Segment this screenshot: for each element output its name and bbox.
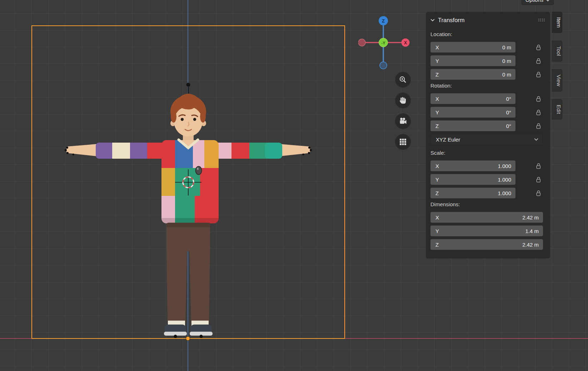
dimensions-z-field[interactable]: Z 2.42 m (430, 239, 543, 250)
rotation-y-row: Y 0° (430, 107, 546, 118)
sweater-torso (161, 140, 219, 223)
rotation-z-field[interactable]: Z 0° (430, 120, 515, 131)
scale-y-field[interactable]: Y 1.000 (430, 174, 515, 185)
gizmo-x-label: X (404, 40, 407, 45)
dimensions-y-field[interactable]: Y 1.4 m (430, 226, 543, 236)
lock-icon[interactable] (536, 176, 543, 183)
scale-x-field[interactable]: X 1.000 (430, 160, 515, 171)
axis-label: Z (435, 123, 439, 129)
location-y-field[interactable]: Y 0 m (430, 55, 515, 66)
scale-label: Scale: (430, 150, 546, 158)
hand-icon (399, 97, 407, 104)
dimensions-y-row: Y 1.4 m (430, 226, 546, 236)
scale-z-field[interactable]: Z 1.000 (430, 188, 515, 198)
axis-value: 0 m (502, 58, 511, 64)
object-origin-dot (186, 336, 190, 341)
axis-label: Y (435, 228, 439, 234)
sidebar-tab-strip: Item Tool View Edit (552, 12, 562, 119)
lock-icon[interactable] (536, 95, 543, 102)
axis-value: 0° (506, 109, 511, 115)
tab-edit[interactable]: Edit (552, 99, 562, 119)
dimensions-x-field[interactable]: X 2.42 m (430, 212, 543, 223)
axis-label: Y (435, 109, 439, 115)
lock-icon[interactable] (536, 190, 543, 196)
axis-label: Z (435, 190, 439, 196)
options-label: Options (525, 0, 543, 3)
rotation-z-row: Z 0° (430, 120, 546, 131)
lock-icon[interactable] (536, 123, 543, 129)
lock-icon[interactable] (536, 71, 543, 78)
pants (166, 223, 210, 323)
camera-icon (399, 117, 407, 125)
tab-tool[interactable]: Tool (552, 41, 562, 61)
head-rig-handle (186, 83, 190, 94)
viewport-tools (395, 72, 411, 150)
rotation-mode-value: XYZ Euler (436, 137, 460, 143)
lock-icon[interactable] (536, 58, 543, 64)
chevron-down-icon (546, 0, 550, 1)
chest-pendant (196, 167, 202, 175)
rotation-x-row: X 0° (430, 93, 546, 104)
head (170, 94, 206, 137)
rotation-y-field[interactable]: Y 0° (430, 107, 515, 118)
lock-icon[interactable] (536, 109, 543, 115)
axis-label: Y (435, 58, 439, 64)
grid-icon (399, 138, 407, 145)
dimensions-z-row: Z 2.42 m (430, 239, 546, 250)
axis-value: 0 m (502, 71, 511, 78)
axis-label: X (435, 214, 439, 221)
axis-label: Z (435, 71, 439, 78)
gizmo-neg-x-ball[interactable] (358, 39, 365, 46)
rotation-label: Rotation: (430, 83, 546, 90)
axis-value: 2.42 m (522, 242, 539, 248)
tab-view[interactable]: View (552, 69, 562, 91)
gizmo-neg-z-ball[interactable] (380, 62, 387, 69)
rotation-x-field[interactable]: X 0° (430, 93, 515, 104)
dimensions-x-row: X 2.42 m (430, 212, 546, 223)
left-hand (66, 144, 96, 156)
axis-value: 1.000 (498, 163, 511, 169)
scale-y-row: Y 1.000 (430, 174, 546, 185)
axis-value: 1.4 m (525, 228, 539, 234)
gizmo-neg-y-label: -Y (382, 41, 386, 45)
axis-label: Y (435, 177, 439, 183)
scale-z-row: Z 1.000 (430, 188, 546, 198)
axis-value: 1.000 (498, 177, 511, 183)
axis-label: Z (435, 242, 439, 248)
location-z-row: Z 0 m (430, 69, 546, 80)
lock-icon[interactable] (536, 163, 543, 169)
scale-x-row: X 1.000 (430, 160, 546, 171)
location-x-row: X 0 m (430, 42, 546, 53)
right-hand (280, 144, 310, 156)
axis-value: 0° (506, 96, 511, 102)
lock-icon[interactable] (536, 44, 543, 50)
panel-title: Transform (438, 17, 465, 24)
zoom-button[interactable] (395, 72, 411, 88)
axis-label: X (435, 96, 439, 102)
3d-viewport[interactable]: X Z -Y (0, 0, 588, 371)
transform-panel: Transform Location: X 0 m Y 0 m Z 0 (426, 12, 550, 258)
camera-view-button[interactable] (395, 113, 411, 129)
chevron-down-icon (430, 19, 435, 21)
magnifier-plus-icon (399, 76, 407, 84)
location-label: Location: (430, 31, 546, 39)
dimensions-label: Dimensions: (430, 201, 546, 209)
gizmo-z-label: Z (382, 18, 385, 24)
axis-value: 0 m (502, 44, 511, 50)
axis-label: X (435, 163, 439, 169)
tab-item[interactable]: Item (552, 12, 562, 33)
drag-handle-icon[interactable] (538, 18, 545, 22)
rotation-mode-dropdown[interactable]: XYZ Euler (430, 134, 543, 145)
location-x-field[interactable]: X 0 m (430, 42, 515, 53)
grid-ortho-button[interactable] (395, 134, 411, 150)
pan-button[interactable] (395, 93, 411, 108)
shoes (164, 321, 213, 338)
options-button[interactable]: Options (522, 0, 554, 5)
axis-value: 2.42 m (522, 214, 539, 221)
panel-header[interactable]: Transform (430, 15, 546, 25)
location-z-field[interactable]: Z 0 m (430, 69, 515, 80)
axis-value: 1.000 (498, 190, 511, 196)
navigation-gizmo[interactable]: X Z -Y (358, 16, 412, 70)
location-y-row: Y 0 m (430, 55, 546, 66)
axis-label: X (435, 44, 439, 50)
